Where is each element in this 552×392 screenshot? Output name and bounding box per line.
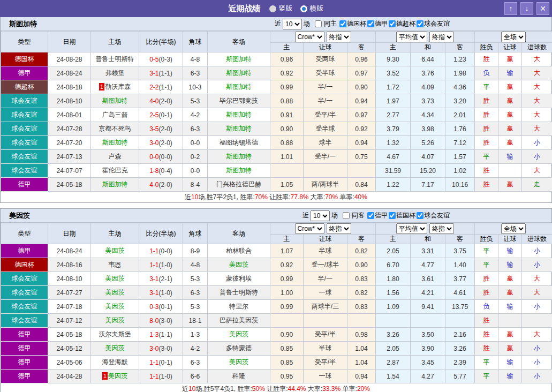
col-home: 主场 (91, 32, 139, 52)
league-filter[interactable]: 球会友谊 (415, 211, 450, 220)
league-filter-checkbox[interactable] (389, 212, 396, 219)
handicap-away-odds: 1.04 (347, 342, 376, 356)
fulltime-score: 1-3 (149, 331, 158, 338)
league-badge: 德甲 (1, 370, 48, 383)
home-team: 海登海默 (91, 356, 139, 370)
handicap-home-odds: 0.99 (270, 300, 304, 314)
league-filter-checkbox[interactable] (367, 212, 374, 219)
layout-radio[interactable]: 横版 (300, 4, 324, 13)
avg-draw-odds: 3.45 (411, 356, 445, 370)
result-handicap: 赢 (498, 94, 522, 108)
corner-score: 0-0 (183, 136, 208, 150)
match-count-select[interactable]: 10 (283, 19, 302, 29)
col-handicap-home: 主 (270, 43, 304, 52)
league-filter-label: 球会友谊 (424, 19, 450, 28)
scope-select[interactable]: 全场 (501, 32, 526, 42)
league-filter-checkbox[interactable] (339, 20, 346, 27)
handicap-home-odds: 1.07 (270, 244, 304, 258)
scope-select[interactable]: 全场 (501, 223, 526, 234)
final-odds-select-2[interactable]: 终指 (429, 223, 454, 234)
league-badge: 德国杯 (1, 52, 48, 66)
match-score: 3-5(2-0) (139, 122, 183, 136)
corner-score: 5-3 (183, 300, 208, 314)
layout-radio[interactable]: 竖版 (269, 4, 293, 13)
halftime-score: (2-0) (159, 139, 172, 147)
avg-draw-odds: 3.90 (411, 342, 445, 356)
league-filter[interactable]: 球会友谊 (415, 19, 450, 28)
result-goals: 小 (522, 300, 552, 314)
team-label: 普鲁士明斯特 (220, 289, 258, 296)
result-goals: 大 (522, 122, 552, 136)
average-select[interactable]: 平均值 (396, 223, 427, 234)
move-up-button[interactable]: ↑ (504, 2, 517, 15)
match-row: 德甲24-04-281美因茨1-1(1-0)6-6科隆0.95一球0.941.5… (1, 370, 552, 383)
result-handicap (498, 164, 522, 178)
rank-badge: 1 (99, 83, 104, 91)
league-filter-checkbox[interactable] (367, 20, 374, 27)
away-team: 普鲁士明斯特 (208, 286, 270, 300)
section-header: 美因茨 近 10 场 同客 德甲德国杯球会友谊 (1, 209, 551, 223)
result-goals: 大 (522, 164, 552, 178)
move-down-button[interactable]: ↓ (520, 2, 533, 15)
same-venue-checkbox[interactable] (343, 212, 350, 219)
fulltime-score: 1-1 (149, 261, 158, 269)
match-count-select[interactable]: 10 (311, 210, 330, 221)
result-goals: 小 (522, 150, 552, 164)
result-outcome: 胜 (475, 342, 498, 356)
result-outcome: 平 (475, 80, 498, 94)
bookmaker-select[interactable]: Crow* (295, 223, 324, 234)
avg-away-odds: 2.01 (445, 108, 475, 122)
radio-icon (300, 5, 307, 12)
team-label: 斯图加特 (226, 111, 252, 118)
filter-bar: 近 10 场 同客 德甲德国杯球会友谊 (303, 210, 450, 221)
match-date: 24-07-13 (48, 150, 91, 164)
halftime-score: (0-1) (159, 359, 172, 366)
average-select[interactable]: 平均值 (396, 32, 427, 42)
handicap-group-header: Crow*终指 (270, 223, 376, 235)
league-filter[interactable]: 德国杯 (388, 211, 415, 220)
match-row: 球会友谊24-07-20斯图加特3-0(2-0)0-0福图纳锡塔德0.88球半0… (1, 136, 552, 150)
corner-score: 5-3 (183, 94, 208, 108)
fulltime-score: 1-8 (149, 167, 158, 175)
avg-home-odds: 1.56 (376, 286, 411, 300)
league-filter-label: 德国杯 (347, 19, 366, 28)
halftime-score: (0-0) (159, 247, 172, 255)
bookmaker-select[interactable]: Crow* (295, 32, 324, 42)
handicap-away-odds (347, 314, 376, 328)
avg-home-odds: 9.30 (376, 52, 411, 66)
league-filter[interactable]: 德超杯 (388, 19, 415, 28)
avg-away-odds (445, 314, 475, 328)
team-label: 美因茨 (105, 275, 125, 282)
same-venue-checkbox[interactable] (315, 20, 322, 27)
avg-draw-odds: 4.27 (411, 370, 445, 383)
league-filter[interactable]: 德甲 (366, 211, 388, 220)
col-handicap-result: 让球 (498, 235, 522, 244)
league-filter[interactable]: 德国杯 (338, 19, 366, 28)
league-filter-checkbox[interactable] (389, 20, 396, 27)
league-filters: 德甲德国杯球会友谊 (366, 211, 450, 221)
league-badge: 德甲 (1, 244, 48, 258)
league-filter[interactable]: 德甲 (366, 19, 388, 28)
close-button[interactable]: ✕ (536, 2, 549, 15)
fulltime-group-header: 全场 (475, 32, 552, 43)
avg-away-odds: 2.39 (445, 356, 475, 370)
league-filter-checkbox[interactable] (417, 20, 424, 27)
avg-home-odds: 3.52 (376, 66, 411, 80)
avg-away-odds: 1.76 (445, 122, 475, 136)
league-filter-checkbox[interactable] (417, 212, 424, 219)
arrow-down-icon: ↓ (525, 5, 529, 12)
handicap-line: 受平/半 (304, 356, 347, 370)
result-outcome: 负 (475, 66, 498, 80)
handicap-line: 受平/半 (304, 328, 347, 342)
result-outcome: 平 (475, 150, 498, 164)
league-badge: 德甲 (1, 178, 48, 192)
final-odds-select-2[interactable]: 终指 (429, 32, 454, 42)
league-badge: 球会友谊 (1, 272, 48, 286)
final-odds-select-1[interactable]: 终指 (327, 223, 351, 234)
match-row: 球会友谊24-07-07霍伦巴克1-8(0-4)0-0斯图加特31.5915.2… (1, 164, 552, 178)
final-odds-select-1[interactable]: 终指 (327, 32, 351, 42)
handicap-home-odds (270, 164, 304, 178)
match-row: 德甲24-05-12美因茨3-0(3-0)4-2多特蒙德0.85半球1.042.… (1, 342, 552, 356)
avg-away-odds: 5.77 (445, 370, 475, 383)
league-badge: 德甲 (1, 66, 48, 80)
